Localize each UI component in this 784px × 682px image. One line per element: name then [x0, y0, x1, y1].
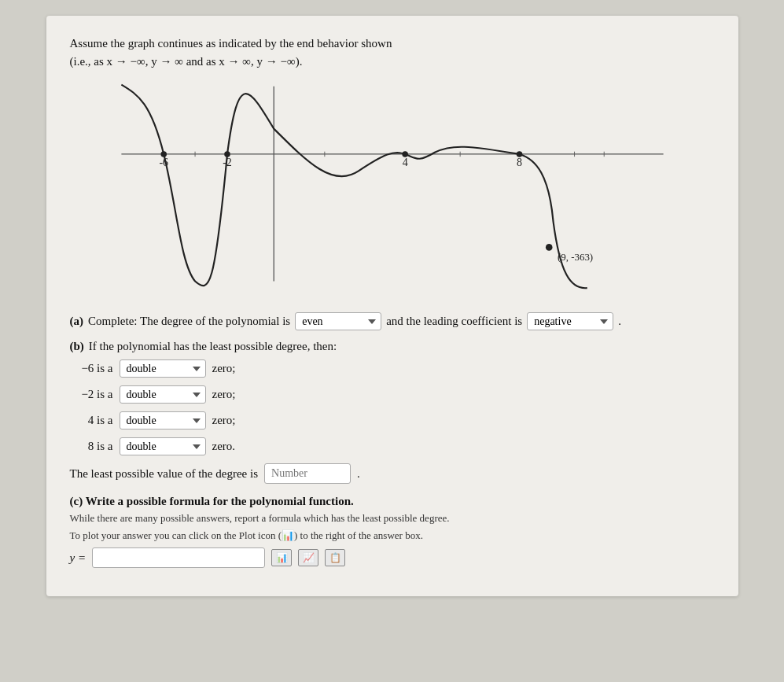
graph-container: -6 -2 4 8 (9, -363)	[70, 78, 715, 298]
part-c-text: Write a possible formula for the polynom…	[86, 495, 354, 507]
svg-text:8: 8	[517, 157, 522, 168]
zero-marker-neg2	[224, 151, 230, 157]
intro-line1: Assume the graph continues as indicated …	[70, 35, 715, 53]
zero-marker-4	[402, 151, 408, 157]
degree-number-input[interactable]	[264, 463, 351, 484]
degree-value-label: The least possible value of the degree i…	[70, 467, 259, 481]
svg-text:4: 4	[402, 157, 407, 168]
plot-icon-1[interactable]: 📊	[271, 549, 292, 566]
formula-input[interactable]	[92, 547, 265, 568]
part-a-text2: and the leading coefficient is	[386, 315, 522, 328]
zero-row-neg2: −2 is a simple double triple zero;	[70, 385, 715, 404]
y-label: y =	[70, 551, 86, 565]
part-c-sub2: To plot your answer you can click on the…	[70, 529, 715, 543]
intro-line2: (i.e., as x → −∞, y → ∞ and as x → ∞, y …	[70, 53, 715, 71]
multiplicity-dropdown-8[interactable]: simple double triple	[120, 437, 206, 455]
part-a-row: (a) Complete: The degree of the polynomi…	[70, 312, 715, 330]
degree-period: .	[357, 467, 360, 481]
part-c-title: (c) Write a possible formula for the pol…	[70, 495, 715, 508]
part-b-section: (b) If the polynomial has the least poss…	[70, 340, 715, 484]
zero-x-8: 8 is a	[70, 440, 113, 453]
part-b-label: (b)	[70, 340, 84, 353]
part-a-label: (a)	[70, 315, 84, 328]
main-card: Assume the graph continues as indicated …	[46, 16, 738, 596]
part-a-text1: Complete: The degree of the polynomial i…	[88, 315, 290, 328]
multiplicity-dropdown-4[interactable]: simple double triple	[120, 411, 206, 429]
zero-suffix-8: zero.	[212, 440, 236, 453]
zero-marker-neg6	[160, 151, 167, 157]
zero-row-8: 8 is a simple double triple zero.	[70, 437, 715, 455]
zero-x-neg6: −6 is a	[70, 362, 113, 375]
part-a-section: (a) Complete: The degree of the polynomi…	[70, 312, 715, 330]
part-b-text: If the polynomial has the least possible…	[89, 340, 337, 353]
coeff-dropdown[interactable]: negative positive	[527, 312, 613, 330]
part-c-section: (c) Write a possible formula for the pol…	[70, 495, 715, 568]
zero-marker-8	[516, 151, 522, 157]
degree-value-row: The least possible value of the degree i…	[70, 463, 715, 484]
multiplicity-dropdown-neg2[interactable]: simple double triple	[120, 385, 206, 404]
plot-icon-3[interactable]: 📋	[325, 549, 345, 566]
plot-icon-2[interactable]: 📈	[298, 549, 318, 566]
intro-text: Assume the graph continues as indicated …	[70, 35, 715, 70]
part-c-label: (c)	[70, 495, 83, 507]
point-label: (9, -363)	[558, 251, 593, 263]
polynomial-graph: -6 -2 4 8 (9, -363)	[70, 78, 715, 298]
multiplicity-dropdown-neg6[interactable]: simple double triple	[120, 359, 206, 378]
zero-suffix-neg6: zero;	[212, 362, 236, 375]
point-marker	[545, 244, 552, 251]
formula-row: y = 📊 📈 📋	[70, 547, 715, 568]
part-b-header: (b) If the polynomial has the least poss…	[70, 340, 715, 353]
zero-x-neg2: −2 is a	[70, 388, 113, 401]
degree-dropdown[interactable]: even odd	[295, 312, 381, 330]
zero-row-4: 4 is a simple double triple zero;	[70, 411, 715, 429]
zero-suffix-neg2: zero;	[212, 388, 236, 401]
zero-suffix-4: zero;	[212, 414, 236, 427]
curve-path	[121, 85, 587, 289]
zero-x-4: 4 is a	[70, 414, 113, 427]
part-a-period: .	[618, 315, 621, 328]
part-c-sub1: While there are many possible answers, r…	[70, 511, 715, 525]
zero-row-neg6: −6 is a simple double triple zero;	[70, 359, 715, 378]
